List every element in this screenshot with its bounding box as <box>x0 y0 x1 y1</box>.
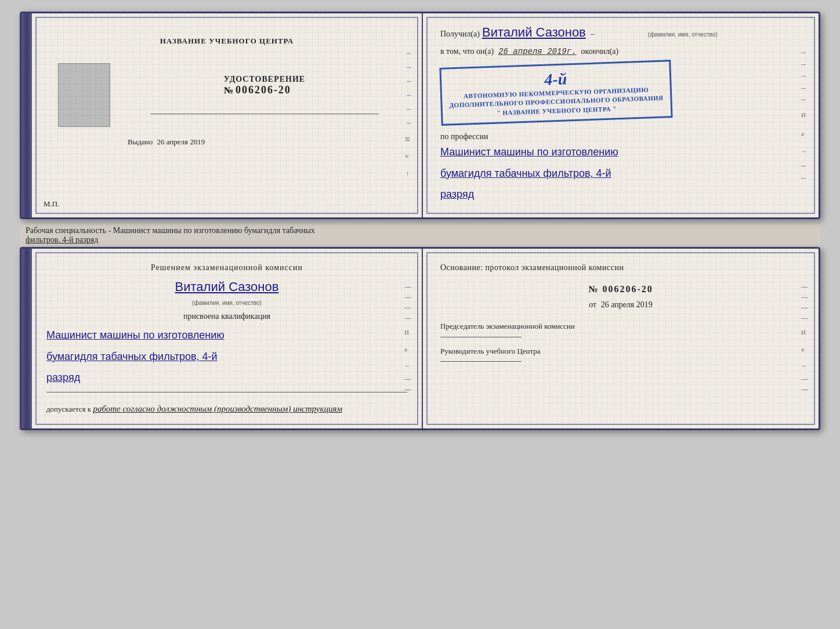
nomer-prefix-top: № <box>224 85 233 96</box>
po-professii-label: по профессии <box>440 132 801 141</box>
vtom-line: в том, что он(a) 26 апреля 2019г. окончи… <box>440 47 801 56</box>
fio-label-top: (фамилия, имя, отчество) <box>648 31 718 38</box>
bl-side-deco: И а ← <box>404 283 411 393</box>
nomer-prefix-bottom: № <box>588 284 599 294</box>
br-side-deco: И а ← <box>801 283 808 393</box>
udostoverenie-label: УДОСТОВЕРЕНИЕ <box>224 75 305 84</box>
recipient-name-bottom: Виталий Сазонов <box>175 279 279 294</box>
photo-placeholder <box>58 63 110 127</box>
separator-text1: Рабочая специальность - Машинист машины … <box>26 226 814 235</box>
recipient-name-top: Виталий Сазонов <box>482 25 586 40</box>
bottom-book-right: Основание: протокол экзаменационной коми… <box>423 249 819 428</box>
vydano-date: 26 апреля 2019 <box>157 137 205 146</box>
name-line-bottom: Виталий Сазонов <box>46 279 407 294</box>
dopuskaetsya-block: допускается к работе согласно должностны… <box>46 404 407 414</box>
dopuskaetsya-label: допускается к <box>46 405 91 413</box>
resheniem-line: Решением экзаменационной комиссии <box>46 263 407 272</box>
mp-label: М.П. <box>44 199 59 209</box>
qual-line2: бумагидля табачных фильтров, 4-й <box>46 347 407 366</box>
qual-line3: разряд <box>46 368 407 387</box>
poluchil-label: Получил(а) <box>440 30 480 39</box>
school-name-title: НАЗВАНИЕ УЧЕБНОГО ЦЕНТРА <box>160 37 294 46</box>
top-book-left: НАЗВАНИЕ УЧЕБНОГО ЦЕНТРА УДОСТОВЕРЕНИЕ №… <box>32 13 423 217</box>
separator-text2: фильтров. 4-й разряд <box>26 235 814 245</box>
decorative-bg-br <box>423 249 819 428</box>
right-side-labels-top: И а ← <box>801 48 808 183</box>
ot-line: от 26 апреля 2019 <box>440 300 801 310</box>
nomer-top: 006206-20 <box>236 84 291 96</box>
bottom-book-left: Решением экзаменационной комиссии Витали… <box>32 249 423 428</box>
profession-line2-top: бумагидля табачных фильтров, 4-й <box>440 164 801 183</box>
separator-block: Рабочая специальность - Машинист машины … <box>20 224 820 247</box>
prisvoena-line: присвоена квалификация <box>46 312 407 321</box>
okonchil-label: окончил(а) <box>581 47 619 56</box>
predsedatel-label: Председатель экзаменационной комиссии <box>440 321 801 332</box>
profession-line3-top: разряд <box>440 185 801 203</box>
qual-line1: Машинист машины по изготовлению <box>46 326 407 344</box>
nomer-bottom: № 006206-20 <box>440 284 801 294</box>
vydano-label: Выдано <box>128 137 153 146</box>
osnovanie-line: Основание: протокол экзаменационной коми… <box>440 263 801 272</box>
right-side-decoration: И а ← <box>407 48 411 183</box>
ot-prefix: от <box>589 300 596 309</box>
vtom-label: в том, что он(a) <box>440 47 494 56</box>
vydano-line: Выдано 26 апреля 2019 <box>128 137 205 147</box>
profession-line1-top: Машинист машины по изготовлению <box>440 143 801 161</box>
top-book-right: Получил(а) Виталий Сазонов – (фамилия, и… <box>423 13 819 217</box>
predsedatel-signature-line <box>440 337 522 337</box>
ot-date: 26 апреля 2019 <box>601 300 653 309</box>
poluchil-line: Получил(а) Виталий Сазонов – (фамилия, и… <box>440 25 801 40</box>
stamp-box: 4-й АВТОНОМНУЮ НЕКОММЕРЧЕСКУЮ ОРГАНИЗАЦИ… <box>439 60 673 126</box>
book-spine-top <box>21 13 32 217</box>
predsedatel-block: Председатель экзаменационной комиссии <box>440 321 801 337</box>
rukovoditel-signature-line <box>440 361 522 362</box>
udostoverenie-block: УДОСТОВЕРЕНИЕ № 006206-20 <box>224 75 305 96</box>
dopusk-value: работе согласно должностным (производств… <box>93 404 342 413</box>
fio-label-bottom: (фамилия, имя, отчество) <box>192 300 262 306</box>
top-document: НАЗВАНИЕ УЧЕБНОГО ЦЕНТРА УДОСТОВЕРЕНИЕ №… <box>20 12 820 219</box>
vtom-date: 26 апреля 2019г. <box>498 47 576 56</box>
bottom-document: Решением экзаменационной комиссии Витали… <box>20 247 820 430</box>
book-spine-bottom <box>21 249 32 428</box>
rukovoditel-label: Руководитель учебного Центра <box>440 346 801 357</box>
rukovoditel-block: Руководитель учебного Центра <box>440 346 801 362</box>
nomer-value-bottom: 006206-20 <box>602 284 653 294</box>
